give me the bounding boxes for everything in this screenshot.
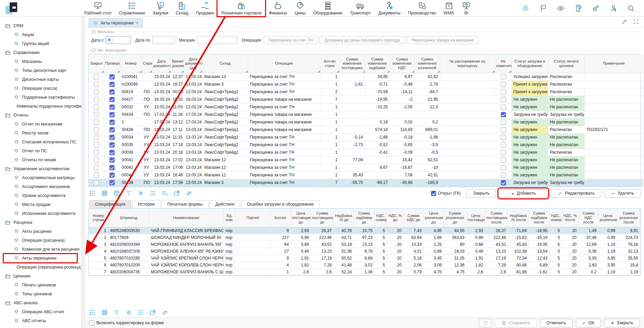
closed-checkbox[interactable] bbox=[94, 173, 99, 178]
date-from-input[interactable]: ✕ bbox=[106, 36, 131, 44]
closed-checkbox[interactable] bbox=[94, 82, 99, 87]
act-row-00041[interactable]: 00041УУ13.03.2417:0213.03.24 Магазин 12П… bbox=[89, 156, 643, 164]
acts-col-header[interactable]: Сумма изменения надбавки bbox=[365, 54, 390, 73]
spec-col-header[interactable]: НДС, % до bbox=[387, 209, 403, 227]
save-button[interactable]: Сохранить bbox=[495, 319, 537, 327]
add-button[interactable]: + Добавить bbox=[499, 189, 548, 198]
tree-item-Отчет по магазинам[interactable]: Отчет по магазинам bbox=[0, 120, 81, 129]
checked-checkbox[interactable] bbox=[109, 150, 115, 155]
act-row-00038[interactable]: 00038УУ13.03.2420:1813.03.24 ЛюксСофтТре… bbox=[89, 149, 643, 156]
acts-col-header[interactable]: Сумма изменения поставщика bbox=[339, 54, 365, 73]
spec-row-4[interactable]: 44810168037208МОРОЖЕНОЕ АЛЕНКА 65Г РБ ЮК… bbox=[89, 248, 640, 255]
spec-col-header[interactable]: Наименование bbox=[149, 209, 224, 227]
acts-col-header[interactable]: Проверен bbox=[104, 54, 120, 73]
open-f6-toggle[interactable]: Открыт (F6) bbox=[431, 191, 461, 196]
export-tool-button[interactable] bbox=[149, 309, 156, 316]
expand-icon[interactable] bbox=[633, 19, 639, 25]
nav-item-equipment[interactable]: Оборудование bbox=[309, 0, 346, 16]
listplus-tool-button[interactable] bbox=[161, 190, 168, 197]
grid-tool-button[interactable] bbox=[101, 190, 108, 197]
spec-col-header[interactable]: Сумма розничная до bbox=[444, 209, 466, 227]
closed-checkbox[interactable] bbox=[94, 120, 99, 125]
spec-col-header[interactable]: Надбавка ,% до bbox=[334, 209, 353, 227]
tree-item-Операции (касса)[interactable]: Операции (касса) bbox=[0, 84, 81, 93]
acts-col-header[interactable]: Кол-во строк bbox=[320, 54, 339, 73]
operation-option-button[interactable]: Переоценка за счет ТН bbox=[263, 36, 318, 44]
adjust-checkbox[interactable] bbox=[89, 320, 94, 326]
tree-item-Номиналы подарочных сертификатов[interactable]: Номиналы подарочных сертификатов bbox=[0, 102, 81, 111]
act-row-00436[interactable]: 00436ПО13.03.2417:1113.03.24 ЛюксСофтТре… bbox=[89, 126, 643, 133]
tree-item-Типы ценников[interactable]: Типы ценников bbox=[0, 289, 81, 298]
close-button[interactable]: Закрыть bbox=[466, 189, 496, 198]
export-tool-button[interactable] bbox=[173, 190, 180, 197]
acts-col-header[interactable]: Время документа bbox=[171, 54, 184, 73]
spec-col-header[interactable]: Цена поставщика до bbox=[291, 209, 311, 227]
tree-item-Операции ABC-отчет[interactable]: Операции ABC-отчет bbox=[0, 307, 81, 316]
sidebar-splitter[interactable] bbox=[82, 17, 85, 328]
no-change-checkbox[interactable] bbox=[501, 173, 506, 178]
tab-акты-переоценки[interactable]: Акты переоценки × bbox=[88, 18, 143, 28]
no-change-checkbox[interactable] bbox=[501, 150, 506, 155]
spec-col-header[interactable]: Кол-во bbox=[270, 209, 291, 227]
tab-close-icon[interactable]: × bbox=[136, 21, 138, 25]
spec-tab-Действия[interactable]: Действия bbox=[210, 200, 240, 208]
spec-col-header[interactable]: Ед. изм. bbox=[224, 209, 235, 227]
spec-col-header[interactable]: Цена поставщика bbox=[466, 209, 485, 227]
spec-col-header[interactable]: Сумма розничная после bbox=[617, 209, 640, 227]
nav-item-retail[interactable]: Розничная торговля bbox=[218, 0, 265, 16]
gear-tool-button[interactable] bbox=[137, 190, 144, 197]
closed-checkbox[interactable] bbox=[94, 127, 99, 132]
tree-item-Исполнения ассортимента[interactable]: Исполнения ассортимента bbox=[0, 209, 81, 218]
tree-item-Подарочные сертификаты[interactable]: Подарочные сертификаты bbox=[0, 93, 81, 102]
tree-group-Управление ассортиментом[interactable]: Управление ассортиментом bbox=[0, 164, 81, 173]
act-row-00439[interactable]: 00439ПО13.03.2417:5613.03.24 Магазин 3Пе… bbox=[89, 179, 643, 186]
spec-col-header[interactable]: Надбавка ,% после bbox=[508, 209, 529, 227]
checked-checkbox[interactable] bbox=[109, 157, 115, 163]
acts-col-header[interactable]: № распоряжения на переоценку bbox=[440, 54, 495, 73]
checked-checkbox[interactable] bbox=[109, 89, 115, 95]
spec-col-header[interactable]: Сумма надбавки до bbox=[354, 209, 374, 227]
checked-checkbox[interactable] bbox=[109, 173, 115, 178]
closed-checkbox[interactable] bbox=[94, 135, 99, 140]
tree-item-Дисконтные карты[interactable]: Дисконтные карты bbox=[0, 75, 81, 84]
no-change-checkbox[interactable] bbox=[501, 142, 506, 147]
no-change-checkbox[interactable] bbox=[501, 157, 506, 163]
spec-row-6[interactable]: 64607807010209ЧАЙ ХЭЙЛИС КОРОЛЕВ.СЛОН ЧЕ… bbox=[89, 262, 640, 269]
adjust-toggle[interactable]: Включить корректировку на форме bbox=[89, 320, 164, 326]
numlist-tool-button[interactable] bbox=[149, 190, 156, 197]
refresh-button[interactable] bbox=[479, 319, 492, 327]
nav-item-desktop[interactable]: Рабочий стол bbox=[81, 0, 115, 16]
closed-checkbox[interactable] bbox=[94, 165, 99, 170]
tree-item-Отчеты по чекам[interactable]: Отчеты по чекам bbox=[0, 155, 81, 164]
closed-checkbox[interactable] bbox=[94, 97, 99, 102]
tree-item-Комиссии для акта расценки[interactable]: Комиссии для акта расценки bbox=[0, 245, 81, 254]
nav-item-prices[interactable]: Цены bbox=[291, 0, 309, 16]
checked-checkbox[interactable] bbox=[109, 112, 115, 117]
closed-checkbox[interactable] bbox=[94, 89, 99, 95]
collapse-filters-icon[interactable] bbox=[92, 30, 96, 34]
spec-col-header[interactable]: Партия bbox=[235, 209, 270, 227]
spec-tab-История[interactable]: История bbox=[132, 200, 160, 208]
spec-col-header[interactable]: Сумма поставщика после bbox=[485, 209, 508, 227]
tree-item-Ассортимент магазинов[interactable]: Ассортимент магазинов bbox=[0, 182, 81, 191]
operation-option-button[interactable]: Дооценка до цены последнего прихода bbox=[319, 36, 405, 44]
act-row-00044[interactable]: 00044УУ13.03.2416:4613.03.24 Магазин 12П… bbox=[89, 171, 643, 179]
nav-item-purchases[interactable]: Закупки bbox=[149, 0, 172, 16]
close-form-button[interactable]: ✕Закрыть bbox=[604, 319, 640, 327]
acts-col-header[interactable]: Склад bbox=[202, 54, 248, 73]
spec-row-1[interactable]: 14605246003530ЧАЙ ГРИНФИЛД КЛАССИК БРЕКФ… bbox=[89, 227, 640, 234]
checked-checkbox[interactable] bbox=[109, 105, 115, 110]
tree-item-Магазины[interactable]: Магазины bbox=[0, 57, 81, 66]
nav-item-documents[interactable]: Документы bbox=[374, 0, 404, 16]
tree-item-Списания испорченных ПС[interactable]: Списания испорченных ПС bbox=[0, 138, 81, 146]
tree-item-Акты расценки[interactable]: Акты расценки bbox=[0, 227, 81, 236]
checked-checkbox[interactable] bbox=[109, 97, 115, 102]
edit-pencil-icon[interactable] bbox=[621, 19, 627, 25]
tree-group-Справочники[interactable]: Справочники bbox=[0, 48, 81, 57]
tree-item-Места продаж[interactable]: Места продаж bbox=[0, 200, 81, 209]
nav-item-sales[interactable]: Продажи bbox=[192, 0, 218, 16]
nav-item-bi[interactable]: BI bbox=[458, 0, 475, 16]
eye-button[interactable] bbox=[557, 4, 565, 12]
acts-col-header[interactable]: Закрыт bbox=[89, 54, 104, 73]
tree-item-Реестр чеков[interactable]: Реестр чеков bbox=[0, 129, 81, 138]
